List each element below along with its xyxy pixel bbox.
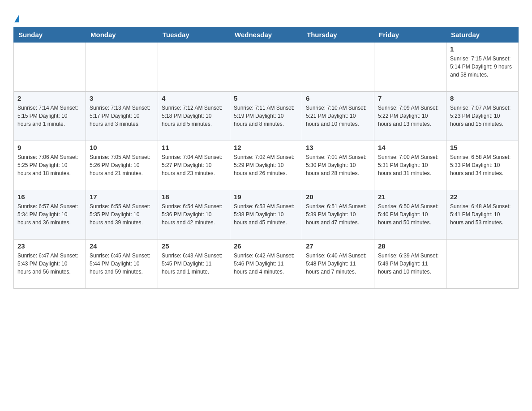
page-header [13,9,519,22]
calendar-header-row: SundayMondayTuesdayWednesdayThursdayFrid… [14,27,519,43]
day-sun-info: Sunrise: 6:51 AM Sunset: 5:39 PM Dayligh… [306,202,370,227]
day-sun-info: Sunrise: 7:11 AM Sunset: 5:19 PM Dayligh… [234,104,298,128]
calendar-day-cell [302,43,374,92]
calendar-day-cell: 23Sunrise: 6:47 AM Sunset: 5:43 PM Dayli… [14,240,86,289]
calendar-day-cell [446,240,519,289]
calendar-day-cell: 11Sunrise: 7:04 AM Sunset: 5:27 PM Dayli… [158,141,230,190]
calendar-day-cell: 7Sunrise: 7:09 AM Sunset: 5:22 PM Daylig… [374,92,446,141]
calendar-day-cell: 13Sunrise: 7:01 AM Sunset: 5:30 PM Dayli… [302,141,374,190]
calendar-day-cell [158,43,230,92]
day-number: 20 [306,193,370,201]
day-sun-info: Sunrise: 7:09 AM Sunset: 5:22 PM Dayligh… [378,104,442,128]
calendar-day-cell: 12Sunrise: 7:02 AM Sunset: 5:29 PM Dayli… [230,141,302,190]
day-number: 4 [162,94,226,102]
calendar-day-cell: 15Sunrise: 6:58 AM Sunset: 5:33 PM Dayli… [446,141,519,190]
day-number: 21 [378,193,442,201]
calendar-day-cell: 22Sunrise: 6:48 AM Sunset: 5:41 PM Dayli… [446,190,519,240]
day-number: 14 [378,144,442,151]
day-number: 26 [234,242,298,250]
calendar-week-row: 16Sunrise: 6:57 AM Sunset: 5:34 PM Dayli… [14,190,519,240]
day-number: 2 [17,94,82,102]
day-sun-info: Sunrise: 7:05 AM Sunset: 5:26 PM Dayligh… [90,153,154,177]
day-sun-info: Sunrise: 7:12 AM Sunset: 5:18 PM Dayligh… [162,104,226,128]
day-number: 18 [162,193,226,201]
calendar-week-row: 2Sunrise: 7:14 AM Sunset: 5:15 PM Daylig… [14,92,519,141]
day-number: 7 [378,94,442,102]
day-sun-info: Sunrise: 6:53 AM Sunset: 5:38 PM Dayligh… [234,202,298,227]
day-number: 10 [90,144,154,151]
calendar-day-cell: 5Sunrise: 7:11 AM Sunset: 5:19 PM Daylig… [230,92,302,141]
day-sun-info: Sunrise: 7:06 AM Sunset: 5:25 PM Dayligh… [17,153,82,177]
day-sun-info: Sunrise: 7:04 AM Sunset: 5:27 PM Dayligh… [162,153,226,177]
day-number: 24 [90,242,154,250]
day-sun-info: Sunrise: 6:42 AM Sunset: 5:46 PM Dayligh… [234,252,298,276]
calendar-day-cell: 4Sunrise: 7:12 AM Sunset: 5:18 PM Daylig… [158,92,230,141]
calendar-day-cell: 1Sunrise: 7:15 AM Sunset: 5:14 PM Daylig… [446,43,519,92]
day-number: 12 [234,144,298,151]
day-sun-info: Sunrise: 6:43 AM Sunset: 5:45 PM Dayligh… [162,252,226,276]
day-number: 8 [450,94,515,102]
day-of-week-header: Monday [86,27,158,43]
day-number: 11 [162,144,226,151]
day-of-week-header: Friday [374,27,446,43]
calendar-day-cell: 9Sunrise: 7:06 AM Sunset: 5:25 PM Daylig… [14,141,86,190]
day-sun-info: Sunrise: 6:47 AM Sunset: 5:43 PM Dayligh… [17,252,82,276]
calendar-day-cell: 10Sunrise: 7:05 AM Sunset: 5:26 PM Dayli… [86,141,158,190]
calendar-day-cell: 26Sunrise: 6:42 AM Sunset: 5:46 PM Dayli… [230,240,302,289]
day-sun-info: Sunrise: 7:15 AM Sunset: 5:14 PM Dayligh… [450,55,515,79]
day-sun-info: Sunrise: 6:57 AM Sunset: 5:34 PM Dayligh… [17,202,82,227]
calendar-day-cell: 21Sunrise: 6:50 AM Sunset: 5:40 PM Dayli… [374,190,446,240]
calendar-day-cell: 3Sunrise: 7:13 AM Sunset: 5:17 PM Daylig… [86,92,158,141]
day-number: 16 [17,193,82,201]
day-of-week-header: Tuesday [158,27,230,43]
day-sun-info: Sunrise: 7:14 AM Sunset: 5:15 PM Dayligh… [17,104,82,128]
day-number: 15 [450,144,515,151]
day-number: 22 [450,193,515,201]
day-sun-info: Sunrise: 7:00 AM Sunset: 5:31 PM Dayligh… [378,153,442,177]
day-sun-info: Sunrise: 6:39 AM Sunset: 5:49 PM Dayligh… [378,252,442,276]
day-sun-info: Sunrise: 7:07 AM Sunset: 5:23 PM Dayligh… [450,104,515,128]
calendar-day-cell: 20Sunrise: 6:51 AM Sunset: 5:39 PM Dayli… [302,190,374,240]
calendar-table: SundayMondayTuesdayWednesdayThursdayFrid… [13,27,519,289]
calendar-day-cell: 16Sunrise: 6:57 AM Sunset: 5:34 PM Dayli… [14,190,86,240]
day-sun-info: Sunrise: 7:13 AM Sunset: 5:17 PM Dayligh… [90,104,154,128]
day-sun-info: Sunrise: 6:55 AM Sunset: 5:35 PM Dayligh… [90,202,154,227]
calendar-day-cell: 28Sunrise: 6:39 AM Sunset: 5:49 PM Dayli… [374,240,446,289]
calendar-day-cell: 24Sunrise: 6:45 AM Sunset: 5:44 PM Dayli… [86,240,158,289]
day-number: 27 [306,242,370,250]
day-number: 6 [306,94,370,102]
calendar-day-cell: 17Sunrise: 6:55 AM Sunset: 5:35 PM Dayli… [86,190,158,240]
day-number: 25 [162,242,226,250]
day-of-week-header: Wednesday [230,27,302,43]
day-sun-info: Sunrise: 7:02 AM Sunset: 5:29 PM Dayligh… [234,153,298,177]
day-sun-info: Sunrise: 6:45 AM Sunset: 5:44 PM Dayligh… [90,252,154,276]
calendar-day-cell: 6Sunrise: 7:10 AM Sunset: 5:21 PM Daylig… [302,92,374,141]
day-of-week-header: Sunday [14,27,86,43]
day-number: 13 [306,144,370,151]
day-sun-info: Sunrise: 6:58 AM Sunset: 5:33 PM Dayligh… [450,153,515,177]
calendar-week-row: 9Sunrise: 7:06 AM Sunset: 5:25 PM Daylig… [14,141,519,190]
day-number: 5 [234,94,298,102]
day-sun-info: Sunrise: 6:50 AM Sunset: 5:40 PM Dayligh… [378,202,442,227]
calendar-day-cell [374,43,446,92]
day-number: 3 [90,94,154,102]
day-sun-info: Sunrise: 7:10 AM Sunset: 5:21 PM Dayligh… [306,104,370,128]
calendar-week-row: 23Sunrise: 6:47 AM Sunset: 5:43 PM Dayli… [14,240,519,289]
calendar-day-cell: 8Sunrise: 7:07 AM Sunset: 5:23 PM Daylig… [446,92,519,141]
day-of-week-header: Saturday [446,27,519,43]
calendar-day-cell [14,43,86,92]
logo [13,9,19,22]
day-number: 19 [234,193,298,201]
calendar-day-cell: 25Sunrise: 6:43 AM Sunset: 5:45 PM Dayli… [158,240,230,289]
day-number: 1 [450,45,515,53]
day-sun-info: Sunrise: 6:48 AM Sunset: 5:41 PM Dayligh… [450,202,515,227]
day-sun-info: Sunrise: 7:01 AM Sunset: 5:30 PM Dayligh… [306,153,370,177]
day-number: 9 [17,144,82,151]
calendar-day-cell [86,43,158,92]
calendar-day-cell: 27Sunrise: 6:40 AM Sunset: 5:48 PM Dayli… [302,240,374,289]
calendar-day-cell: 19Sunrise: 6:53 AM Sunset: 5:38 PM Dayli… [230,190,302,240]
calendar-day-cell: 14Sunrise: 7:00 AM Sunset: 5:31 PM Dayli… [374,141,446,190]
calendar-week-row: 1Sunrise: 7:15 AM Sunset: 5:14 PM Daylig… [14,43,519,92]
calendar-day-cell: 2Sunrise: 7:14 AM Sunset: 5:15 PM Daylig… [14,92,86,141]
calendar-day-cell [230,43,302,92]
